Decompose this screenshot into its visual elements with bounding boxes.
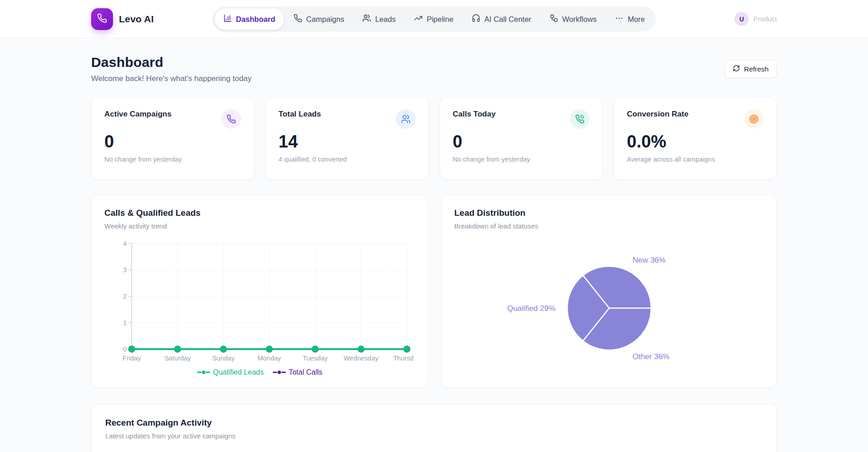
- legend-item: Qualified Leads: [197, 368, 264, 376]
- recent-activity-card: Recent Campaign Activity Latest updates …: [91, 404, 777, 452]
- svg-text:Wednesday: Wednesday: [344, 355, 379, 362]
- users-icon: [396, 109, 416, 129]
- svg-text:Tuesday: Tuesday: [303, 355, 328, 362]
- target-icon: [744, 109, 764, 129]
- stat-title: Active Campaigns: [104, 110, 241, 119]
- stat-value: 0.0%: [627, 132, 764, 152]
- phone-icon: [221, 109, 241, 129]
- page-title: Dashboard: [91, 55, 252, 70]
- line-chart-card: Calls & Qualified Leads Weekly activity …: [91, 195, 428, 388]
- line-chart: 01234FridaySaturdaySundayMondayTuesdayWe…: [111, 237, 415, 367]
- svg-text:Sunday: Sunday: [212, 355, 235, 362]
- main-content: Dashboard Welcome back! Here's what's ha…: [91, 38, 777, 452]
- nav-item-pipeline[interactable]: Pipeline: [405, 8, 462, 30]
- svg-text:Monday: Monday: [257, 355, 281, 362]
- stat-title: Calls Today: [453, 110, 590, 119]
- stat-title: Total Leads: [278, 110, 415, 119]
- pie-chart-title: Lead Distribution: [454, 208, 764, 218]
- refresh-icon: [733, 65, 740, 74]
- user-chip: U Product: [734, 12, 777, 26]
- stats-grid: Active Campaigns 0 No change from yester…: [91, 97, 777, 180]
- phone-call-icon: [570, 109, 590, 129]
- stat-value: 0: [104, 132, 241, 152]
- users-icon: [362, 14, 371, 24]
- activity-subtitle: Latest updates from your active campaign…: [105, 432, 763, 440]
- phone-icon: [293, 14, 302, 24]
- line-chart-title: Calls & Qualified Leads: [104, 208, 415, 218]
- nav-item-dashboard[interactable]: Dashboard: [215, 8, 284, 30]
- svg-text:New 36%: New 36%: [632, 256, 666, 264]
- user-label: Product: [753, 15, 777, 23]
- svg-text:Other 36%: Other 36%: [632, 352, 669, 361]
- svg-text:2: 2: [123, 293, 127, 300]
- charts-row: Calls & Qualified Leads Weekly activity …: [91, 195, 777, 388]
- headphones-icon: [472, 14, 480, 24]
- stat-card-conversion-rate: Conversion Rate 0.0% Average across all …: [614, 97, 777, 180]
- stat-card-total-leads: Total Leads 14 4 qualified, 0 converted: [265, 97, 428, 180]
- nav-item-campaigns[interactable]: Campaigns: [285, 8, 353, 30]
- stat-value: 14: [278, 132, 415, 152]
- nav-item-workflows[interactable]: Workflows: [541, 8, 606, 30]
- svg-text:Thursday: Thursday: [393, 355, 413, 362]
- svg-text:Qualified 29%: Qualified 29%: [507, 304, 555, 313]
- svg-text:Friday: Friday: [123, 355, 141, 362]
- trending-up-icon: [414, 14, 422, 24]
- workflow-icon: [550, 14, 558, 24]
- stat-subtitle: No change from yesterday: [453, 156, 590, 163]
- stat-card-active-campaigns: Active Campaigns 0 No change from yester…: [91, 97, 254, 180]
- main-nav: Dashboard Campaigns Leads Pipeline AI Ca…: [212, 6, 656, 31]
- avatar[interactable]: U: [734, 12, 749, 26]
- ellipsis-icon: [615, 14, 624, 24]
- pie-chart-subtitle: Breakdown of lead statuses: [454, 222, 764, 230]
- brand-name: Levo AI: [119, 14, 154, 25]
- stat-subtitle: Average across all campaigns: [627, 156, 764, 163]
- legend-item: Total Calls: [273, 368, 323, 376]
- refresh-button[interactable]: Refresh: [724, 60, 777, 78]
- line-chart-subtitle: Weekly activity trend: [104, 222, 415, 230]
- stat-subtitle: 4 qualified, 0 converted: [278, 156, 415, 163]
- top-header: Levo AI Dashboard Campaigns Leads Pipeli…: [0, 0, 868, 38]
- svg-text:3: 3: [123, 266, 127, 274]
- svg-text:4: 4: [123, 240, 127, 247]
- nav-item-leads[interactable]: Leads: [354, 8, 404, 30]
- activity-title: Recent Campaign Activity: [105, 418, 763, 428]
- brand-logo: [91, 8, 113, 30]
- bar-chart-icon: [223, 14, 232, 24]
- pie-chart: New 36%Qualified 29%Other 36%: [454, 235, 764, 377]
- svg-text:Saturday: Saturday: [164, 355, 191, 362]
- pie-chart-card: Lead Distribution Breakdown of lead stat…: [441, 195, 777, 388]
- stat-value: 0: [453, 132, 590, 152]
- svg-text:0: 0: [123, 345, 127, 353]
- nav-item-more[interactable]: More: [606, 8, 654, 30]
- phone-icon: [97, 13, 107, 25]
- page-subtitle: Welcome back! Here's what's happening to…: [91, 74, 252, 83]
- brand: Levo AI: [91, 8, 154, 30]
- svg-text:1: 1: [123, 319, 127, 326]
- stat-title: Conversion Rate: [627, 110, 764, 119]
- stat-subtitle: No change from yesterday: [104, 156, 241, 163]
- stat-card-calls-today: Calls Today 0 No change from yesterday: [440, 97, 603, 180]
- chart-legend: Qualified LeadsTotal Calls: [104, 368, 415, 376]
- nav-item-ai-call-center[interactable]: AI Call Center: [463, 8, 540, 30]
